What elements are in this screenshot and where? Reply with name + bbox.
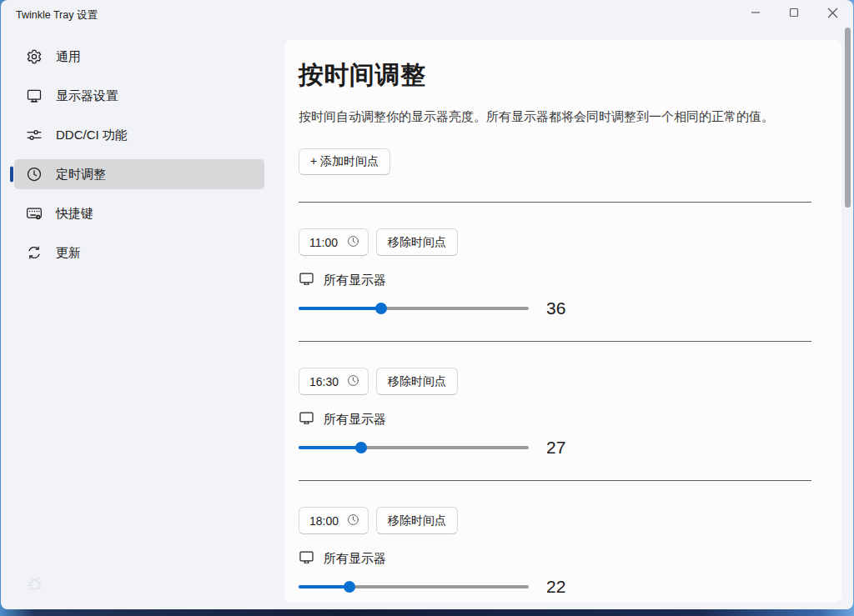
- gear-icon: [26, 48, 43, 65]
- time-entry: 18:00 移除时间点 所有显示器: [299, 481, 811, 597]
- close-button[interactable]: [813, 0, 851, 28]
- sliders-icon: [26, 127, 43, 143]
- maximize-button[interactable]: [775, 0, 813, 28]
- monitor-icon: [26, 88, 43, 104]
- slider-thumb[interactable]: [355, 442, 367, 453]
- remove-time-button[interactable]: 移除时间点: [376, 507, 458, 534]
- slider-thumb[interactable]: [375, 303, 387, 314]
- minimize-icon: [751, 8, 761, 20]
- time-entries-list: 11:00 移除时间点 所有显示器: [299, 203, 811, 597]
- sidebar-item-ddcci[interactable]: DDC/CI 功能: [14, 120, 264, 150]
- time-input[interactable]: 18:00: [299, 507, 369, 534]
- slider-thumb[interactable]: [344, 581, 355, 593]
- all-monitors-row: 所有显示器: [299, 410, 811, 428]
- window-controls: [736, 0, 851, 28]
- close-icon: [827, 8, 838, 21]
- selected-accent-pill: [10, 167, 13, 183]
- sidebar-item-time-adjust[interactable]: 定时调整: [14, 159, 264, 189]
- brightness-row: 36: [299, 298, 811, 318]
- refresh-icon: [26, 244, 43, 261]
- time-input[interactable]: 16:30: [299, 368, 369, 395]
- sidebar-item-general[interactable]: 通用: [14, 42, 264, 72]
- sidebar-item-label: 更新: [56, 245, 81, 261]
- minimize-button[interactable]: [736, 0, 775, 28]
- sidebar-item-label: 快捷键: [56, 206, 93, 222]
- sidebar-item-label: 定时调整: [56, 167, 106, 183]
- brightness-slider[interactable]: [299, 303, 529, 314]
- sidebar-item-monitor-settings[interactable]: 显示器设置: [14, 81, 264, 111]
- keyboard-gear-icon: [26, 205, 43, 222]
- all-monitors-row: 所有显示器: [299, 271, 811, 289]
- time-entry-controls: 11:00 移除时间点: [299, 228, 811, 256]
- monitor-icon: [299, 410, 314, 429]
- all-monitors-label: 所有显示器: [324, 551, 386, 567]
- app-window: Twinkle Tray 设置: [1, 0, 853, 609]
- slider-fill: [299, 307, 381, 310]
- sidebar-item-label: 通用: [56, 49, 81, 65]
- sidebar: 通用 显示器设置 DDC/CI 功能: [14, 42, 264, 277]
- brightness-value: 27: [546, 438, 565, 458]
- add-time-button[interactable]: + 添加时间点: [299, 148, 390, 175]
- all-monitors-label: 所有显示器: [324, 273, 386, 288]
- all-monitors-label: 所有显示器: [324, 412, 386, 428]
- time-input[interactable]: 11:00: [299, 228, 369, 256]
- brightness-slider[interactable]: [299, 442, 529, 453]
- remove-time-button[interactable]: 移除时间点: [376, 368, 458, 395]
- time-value: 11:00: [309, 236, 338, 249]
- sidebar-item-label: DDC/CI 功能: [56, 128, 128, 143]
- clock-small-icon[interactable]: [347, 513, 359, 528]
- page-title: 按时间调整: [299, 58, 811, 93]
- time-entry-controls: 16:30 移除时间点: [299, 368, 811, 395]
- sidebar-item-hotkeys[interactable]: 快捷键: [14, 198, 264, 228]
- all-monitors-row: 所有显示器: [299, 549, 811, 568]
- time-entry-controls: 18:00 移除时间点: [299, 507, 811, 534]
- slider-fill: [299, 446, 361, 449]
- remove-time-button[interactable]: 移除时间点: [376, 228, 458, 256]
- clock-small-icon[interactable]: [347, 374, 359, 389]
- time-entry: 16:30 移除时间点 所有显示器: [299, 342, 811, 481]
- brightness-value: 36: [546, 298, 565, 318]
- slider-fill: [299, 585, 349, 588]
- page-description: 按时间自动调整你的显示器亮度。所有显示器都将会同时调整到一个相同的正常的值。: [299, 109, 811, 125]
- brightness-slider[interactable]: [299, 581, 529, 593]
- monitor-icon: [299, 271, 314, 290]
- monitor-icon: [299, 549, 314, 568]
- sidebar-item-updates[interactable]: 更新: [14, 238, 264, 268]
- sidebar-item-label: 显示器设置: [56, 88, 118, 104]
- window-title: Twinkle Tray 设置: [16, 8, 98, 23]
- time-value: 18:00: [309, 514, 339, 528]
- clock-small-icon[interactable]: [347, 235, 359, 250]
- brightness-row: 22: [299, 577, 811, 597]
- time-value: 16:30: [309, 375, 339, 388]
- maximize-icon: [789, 8, 799, 20]
- time-entry: 11:00 移除时间点 所有显示器: [299, 203, 811, 342]
- titlebar: Twinkle Tray 设置: [1, 0, 853, 33]
- brightness-value: 22: [546, 577, 565, 597]
- brightness-row: 27: [299, 438, 811, 458]
- scrollbar-thumb[interactable]: [845, 28, 851, 208]
- bug-icon[interactable]: [26, 574, 44, 596]
- clock-icon: [26, 166, 43, 183]
- main-panel: 按时间调整 按时间自动调整你的显示器亮度。所有显示器都将会同时调整到一个相同的正…: [284, 40, 841, 603]
